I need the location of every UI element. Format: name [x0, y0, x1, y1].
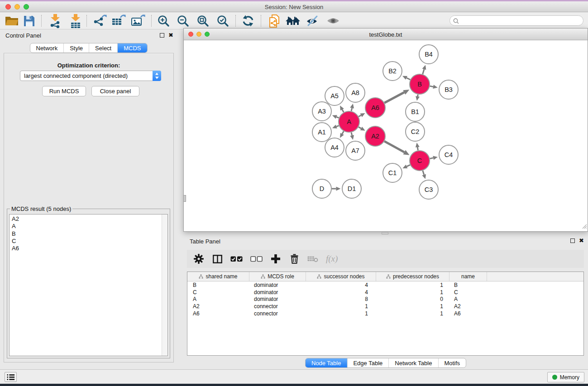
table-cell[interactable]: C [187, 289, 249, 295]
import-table-icon[interactable] [68, 13, 83, 29]
split-table-icon[interactable] [212, 253, 223, 265]
graph-edge-A-A7[interactable] [351, 132, 352, 135]
table-cell[interactable]: 4 [306, 289, 376, 295]
settings-gear-icon[interactable] [193, 253, 204, 265]
hide-selected-eye-icon[interactable] [305, 13, 320, 29]
memory-button[interactable]: Memory [547, 372, 584, 382]
table-cell[interactable]: connector [249, 303, 306, 310]
tab-style[interactable]: Style [63, 43, 89, 52]
graph-edge-A-A4[interactable] [342, 131, 344, 134]
table-cell[interactable]: 4 [306, 282, 376, 288]
graph-edge-B-B1[interactable] [418, 95, 418, 96]
table-cell[interactable]: C [449, 289, 487, 295]
table-cell[interactable]: connector [249, 310, 306, 317]
mcds-result-item[interactable]: B [12, 230, 161, 238]
graph-edge-A-A3[interactable] [336, 117, 339, 118]
mcds-result-item[interactable]: C [12, 238, 161, 245]
show-network-overview-icon[interactable] [285, 13, 301, 29]
column-header-MCDS-role[interactable]: MCDS role [249, 272, 306, 281]
criterion-dropdown[interactable]: largest connected component (directed) [20, 71, 161, 81]
table-cell[interactable]: 1 [306, 303, 376, 310]
delete-columns-trash-icon[interactable] [289, 253, 300, 265]
mcds-result-item[interactable]: A6 [12, 245, 161, 252]
table-cell[interactable]: A2 [187, 303, 249, 310]
tab-motifs[interactable]: Motifs [438, 358, 466, 367]
table-cell[interactable]: dominator [249, 296, 306, 302]
graph-edge-A2-C[interactable] [384, 141, 404, 152]
table-cell[interactable]: B [187, 282, 249, 288]
export-image-icon[interactable] [130, 13, 146, 29]
table-cell[interactable]: 8 [306, 296, 376, 302]
float-panel-icon[interactable] [160, 33, 164, 38]
run-mcds-button[interactable]: Run MCDS [42, 86, 86, 96]
tab-mcds[interactable]: MCDS [117, 43, 147, 52]
column-header-successor-nodes[interactable]: successor nodes [306, 272, 376, 281]
zoom-fit-icon[interactable] [195, 13, 210, 29]
graph-edge-A-A8[interactable] [351, 108, 352, 111]
graph-edge-A6-B[interactable] [384, 92, 404, 103]
graph-edge-B-B4[interactable] [423, 69, 424, 74]
column-header-name[interactable]: name [449, 272, 487, 281]
search-input[interactable] [449, 15, 583, 26]
close-panel-icon[interactable]: ✖ [168, 33, 173, 38]
graph-edge-C-C3[interactable] [423, 171, 424, 175]
graph-edge-A-A2[interactable] [359, 127, 361, 129]
table-cell[interactable]: 1 [376, 303, 449, 310]
splitter-handle[interactable] [184, 195, 186, 202]
network-canvas[interactable]: B4B2BB3A8A5A6A3B1AA1C2A2A4A7C4CC1C3DD1 [184, 40, 588, 231]
zoom-in-icon[interactable] [156, 13, 171, 29]
graph-edge-B-B2[interactable] [406, 78, 410, 80]
deselect-all-columns-icon[interactable] [250, 253, 263, 265]
table-cell[interactable]: A6 [449, 310, 487, 317]
graph-edge-A-A6[interactable] [359, 115, 361, 117]
tab-network[interactable]: Network [30, 43, 63, 52]
graph-edge-C-C2[interactable] [417, 147, 418, 150]
tab-select[interactable]: Select [89, 43, 117, 52]
table-cell[interactable]: 0 [376, 296, 449, 302]
open-file-icon[interactable] [4, 13, 19, 29]
tab-network-table[interactable]: Network Table [388, 358, 438, 367]
table-row[interactable]: Adominator80A [187, 296, 583, 303]
mcds-result-item[interactable]: A [12, 223, 161, 230]
graph-edge-C-C1[interactable] [406, 165, 410, 166]
tab-node-table[interactable]: Node Table [306, 358, 347, 367]
export-table-icon[interactable] [111, 13, 126, 29]
table-cell[interactable]: A6 [187, 310, 249, 317]
splitter-handle[interactable] [382, 232, 388, 234]
graph-edge-A-A1[interactable] [336, 126, 339, 127]
float-panel-icon[interactable] [570, 238, 575, 243]
column-header-shared-name[interactable]: shared name [187, 272, 249, 281]
table-cell[interactable]: B [449, 282, 487, 288]
table-row[interactable]: A2connector11A2 [187, 303, 583, 310]
table-row[interactable]: Cdominator41C [187, 289, 583, 296]
import-network-icon[interactable] [48, 13, 63, 29]
table-cell[interactable]: dominator [249, 282, 306, 288]
table-cell[interactable]: dominator [249, 289, 306, 295]
add-column-icon[interactable] [270, 253, 281, 265]
table-cell[interactable]: A2 [449, 303, 487, 310]
export-network-icon[interactable] [92, 13, 107, 29]
table-row[interactable]: A6connector11A6 [187, 310, 583, 317]
table-cell[interactable]: 1 [376, 289, 449, 295]
tab-edge-table[interactable]: Edge Table [347, 358, 388, 367]
table-cell[interactable]: A [187, 296, 249, 302]
zoom-out-icon[interactable] [175, 13, 191, 29]
show-task-history-button[interactable] [5, 372, 17, 382]
graph-edge-A-A5[interactable] [342, 110, 344, 112]
table-row[interactable]: Bdominator41B [187, 281, 583, 289]
resize-grip-icon[interactable] [581, 223, 587, 231]
table-cell[interactable]: 1 [376, 282, 449, 288]
show-graphics-details-eye-icon[interactable] [325, 13, 341, 29]
save-session-icon[interactable] [21, 13, 37, 29]
table-cell[interactable]: A [449, 296, 487, 302]
graph-edge-B-B3[interactable] [430, 86, 433, 86]
table-cell[interactable]: 1 [376, 310, 449, 317]
mcds-result-item[interactable]: A2 [12, 215, 161, 223]
refresh-view-icon[interactable] [240, 13, 256, 29]
duplicate-network-icon[interactable] [267, 13, 282, 29]
table-cell[interactable]: 1 [306, 310, 376, 317]
select-all-columns-icon[interactable] [230, 253, 243, 265]
close-panel-icon[interactable]: ✖ [579, 238, 584, 243]
close-panel-button[interactable]: Close panel [91, 86, 139, 96]
zoom-selected-icon[interactable] [215, 13, 230, 29]
